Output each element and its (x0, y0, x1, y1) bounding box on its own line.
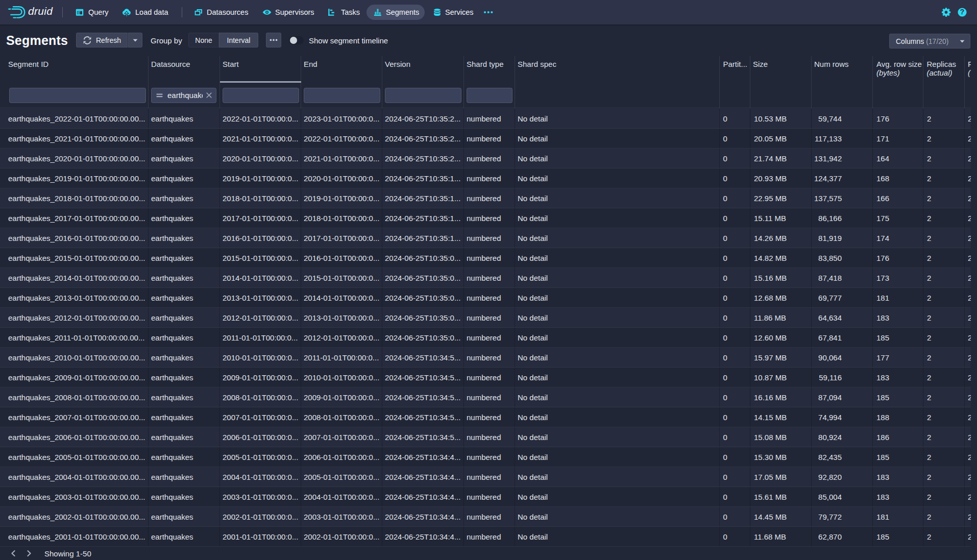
svg-text:?: ? (960, 8, 965, 16)
